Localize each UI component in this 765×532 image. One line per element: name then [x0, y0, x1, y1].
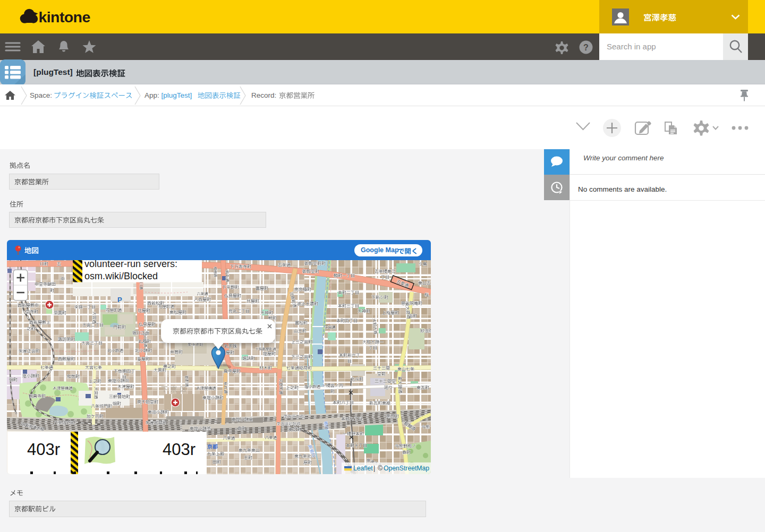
svg-text:osm.wiki/Blocked: osm.wiki/Blocked [84, 271, 158, 281]
svg-text:volunteer-run servers:: volunteer-run servers: [84, 260, 177, 269]
svg-text:|: | [373, 465, 375, 472]
svg-text:403r: 403r [163, 440, 196, 459]
svg-text:P: P [117, 296, 122, 304]
svg-text:kintone: kintone [39, 8, 90, 25]
svg-text:?: ? [583, 43, 589, 52]
svg-text:Leaflet: Leaflet [353, 465, 373, 472]
svg-text:©: © [378, 465, 382, 472]
svg-text:403r: 403r [27, 440, 60, 459]
svg-text:OpenStreetMap: OpenStreetMap [384, 465, 429, 472]
